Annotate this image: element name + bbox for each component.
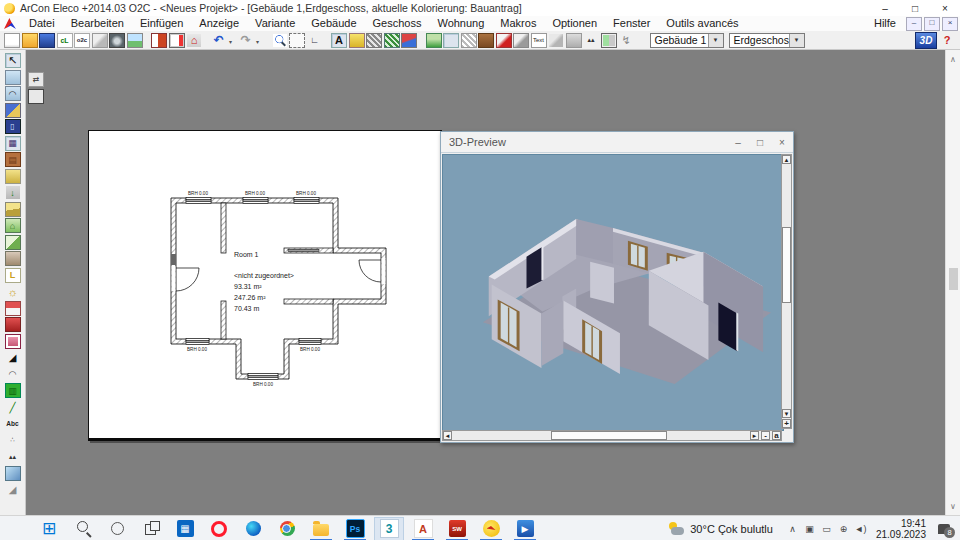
arcon-app[interactable] <box>476 517 506 540</box>
task-view-button[interactable] <box>136 517 166 540</box>
slope-tool-icon[interactable]: ◢ <box>5 482 21 497</box>
cortana-button[interactable] <box>102 517 132 540</box>
stairs-tool-icon[interactable]: ◢ <box>5 350 21 365</box>
menu-einf-gen[interactable]: Einfügen <box>132 16 191 31</box>
awning-tool-icon[interactable] <box>5 301 21 316</box>
hatch-dark-icon[interactable] <box>366 33 382 48</box>
menu-anzeige[interactable]: Anzeige <box>191 16 247 31</box>
grid-tool-icon[interactable]: ▦ <box>5 136 21 151</box>
new-file-icon[interactable] <box>4 33 20 48</box>
maximize-button[interactable]: □ <box>900 0 930 16</box>
mdi-restore-button[interactable]: □ <box>924 17 940 31</box>
taskbar-clock[interactable]: 19:41 21.09.2023 <box>876 518 926 540</box>
preview-close-button[interactable]: × <box>771 133 793 151</box>
roof-tool-icon[interactable]: ⌂ <box>5 218 21 233</box>
preview-maximize-button[interactable]: □ <box>749 133 771 151</box>
network-icon[interactable]: ⊕ <box>836 521 851 536</box>
save-file-icon[interactable] <box>39 33 55 48</box>
preview-window[interactable]: 3D-Preview – □ × <box>440 131 794 443</box>
hatch-light-icon[interactable] <box>461 33 477 48</box>
menu-variante[interactable]: Variante <box>247 16 303 31</box>
menu-wohnung[interactable]: Wohnung <box>429 16 492 31</box>
text-tool-icon[interactable]: Abc <box>5 416 21 431</box>
o2c-export-icon[interactable]: o2c <box>74 33 90 48</box>
window-layout-icon[interactable] <box>169 33 185 48</box>
preview-zoom-in-button[interactable]: + <box>782 419 791 428</box>
context-help-button[interactable]: ? <box>940 33 954 48</box>
measure-tool-icon[interactable]: ▴▴ <box>5 449 21 464</box>
coordinates-icon[interactable]: ∟ <box>307 33 323 48</box>
materials-icon[interactable] <box>601 33 617 48</box>
lightning-icon[interactable]: ↯ <box>618 33 634 48</box>
explorer-app[interactable] <box>306 517 336 540</box>
undo-caret-icon[interactable]: ▾ <box>227 36 235 47</box>
weather-widget[interactable]: 30°C Çok bulutlu <box>668 522 773 536</box>
railing-tool-icon[interactable]: ◠ <box>5 367 21 382</box>
notification-center-button[interactable]: 8 <box>934 520 954 538</box>
edge-app[interactable] <box>238 517 268 540</box>
scroll-down-icon[interactable]: ∨ <box>946 499 960 513</box>
terrain-profile-icon[interactable] <box>548 33 564 48</box>
wall-display-icon[interactable] <box>443 33 459 48</box>
slab-tool-icon[interactable] <box>5 169 21 184</box>
object-gray-icon[interactable] <box>566 33 582 48</box>
line-tool-icon[interactable]: ╱ <box>5 400 21 415</box>
object-red-tool-icon[interactable] <box>5 317 21 332</box>
mdi-minimize-button[interactable]: – <box>906 17 922 31</box>
player-app[interactable]: ▶ <box>510 517 540 540</box>
import-cl-icon[interactable]: cL <box>57 33 73 48</box>
floor-select[interactable]: Erdgeschoss ▼ <box>729 33 805 48</box>
workspace[interactable]: ↖◠▯▦▤↓⌂L☼◢◠▥╱Abc∴▴▴◢ ⇄ <box>0 50 960 515</box>
text-frame-icon[interactable]: A <box>331 33 347 48</box>
color-mode-icon[interactable] <box>28 89 44 104</box>
redo-caret-icon[interactable]: ▾ <box>254 36 262 47</box>
roof-gray-icon[interactable] <box>513 33 529 48</box>
brick-wall-tool-icon[interactable]: ▤ <box>5 152 21 167</box>
close-button[interactable]: × <box>930 0 960 16</box>
scroll-down-icon[interactable]: ▼ <box>782 409 791 418</box>
ruler-icon[interactable] <box>349 33 365 48</box>
opera-app[interactable] <box>204 517 234 540</box>
search-button[interactable] <box>68 517 98 540</box>
menu-hilfe[interactable]: Hilfe <box>864 16 906 31</box>
scroll-up-icon[interactable]: ∧ <box>946 52 960 66</box>
menu-bearbeiten[interactable]: Bearbeiten <box>63 16 132 31</box>
insert-level-tool-icon[interactable]: ↓ <box>5 185 21 200</box>
roof-red-icon[interactable] <box>496 33 512 48</box>
open-file-icon[interactable] <box>22 33 38 48</box>
ramp-tool-icon[interactable] <box>5 202 21 217</box>
light-tool-icon[interactable]: ☼ <box>5 284 21 299</box>
minimize-button[interactable]: – <box>870 0 900 16</box>
undo-icon[interactable]: ↶▾ <box>211 33 227 48</box>
volume-icon[interactable]: ◄) <box>853 521 868 536</box>
window-tool-icon[interactable]: ▯ <box>5 119 21 134</box>
preview-minimize-button[interactable]: – <box>727 133 749 151</box>
preview-zoom-out-button[interactable]: - <box>761 431 770 440</box>
preview-vertical-scrollbar[interactable]: ▲ ▼ + <box>781 154 792 429</box>
view-3d-button[interactable]: 3D <box>915 32 937 49</box>
fence-tool-icon[interactable]: ▥ <box>5 383 21 398</box>
menu-makros[interactable]: Makros <box>492 16 544 31</box>
solidworks-app[interactable]: SW <box>442 517 472 540</box>
wall-edit-tool-icon[interactable] <box>5 103 21 118</box>
horizontal-scroll-thumb[interactable] <box>551 431 667 440</box>
hidden-icons-chevron[interactable]: ∧ <box>785 521 800 536</box>
design-mode-icon[interactable]: ⌂ <box>186 33 202 48</box>
main-scroll-thumb[interactable] <box>949 268 958 290</box>
texture-tool-icon[interactable] <box>5 334 21 349</box>
building-select[interactable]: Gebäude 1 ▼ <box>650 33 724 48</box>
column-tool-icon[interactable]: L <box>5 268 21 283</box>
preview-title-bar[interactable]: 3D-Preview – □ × <box>441 132 793 152</box>
redo-icon[interactable]: ↷▾ <box>238 33 254 48</box>
menu-geschoss[interactable]: Geschoss <box>365 16 430 31</box>
preview-horizontal-scrollbar[interactable]: ◄ ► - a <box>442 430 782 441</box>
building-select-caret-icon[interactable]: ▼ <box>708 34 723 47</box>
tray-app-icon[interactable]: ▣ <box>802 521 817 536</box>
view-3d-tool-icon[interactable] <box>5 466 21 481</box>
terrain-points-tool-icon[interactable]: ∴ <box>5 433 21 448</box>
hatch-color-icon[interactable] <box>401 33 417 48</box>
menu-outils-avanc-s[interactable]: Outils avancés <box>658 16 746 31</box>
select-tool-icon[interactable]: ↖ <box>5 53 21 68</box>
menu-geb-ude[interactable]: Gebäude <box>303 16 364 31</box>
zoom-fit-icon[interactable] <box>289 33 305 48</box>
